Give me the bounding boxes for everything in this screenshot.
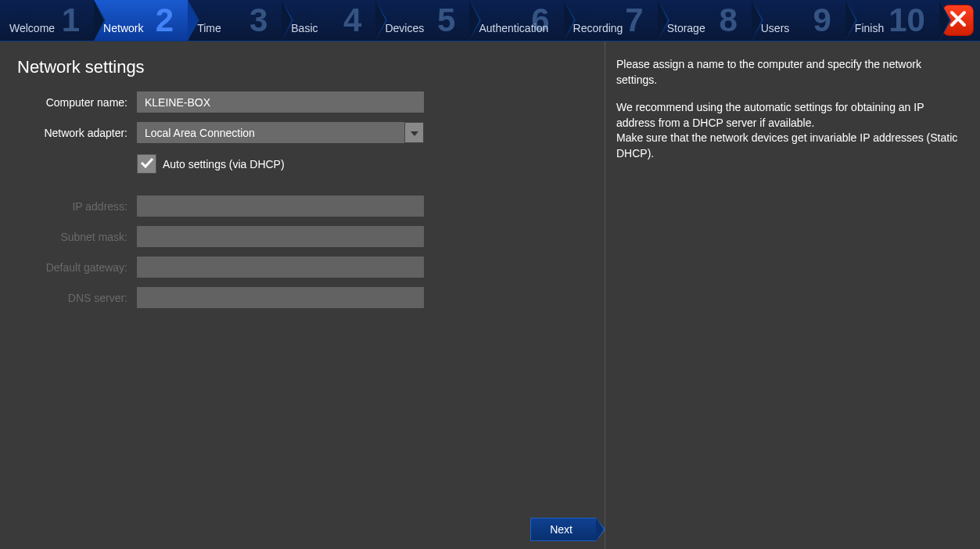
next-button-label: Next (550, 523, 573, 536)
step-label: Finish (855, 22, 884, 34)
help-text: Please assign a name to the computer and… (616, 57, 963, 88)
network-adapter-label: Network adapter: (16, 127, 137, 139)
step-label: Storage (667, 22, 705, 34)
step-label: Users (761, 22, 790, 34)
dropdown-button[interactable] (404, 122, 424, 143)
help-text: We recommend using the automatic setting… (616, 100, 963, 161)
step-number: 4 (343, 2, 361, 39)
step-label: Network (103, 22, 143, 34)
step-number: 1 (62, 2, 80, 39)
step-storage[interactable]: 8 Storage (658, 0, 752, 41)
settings-pane: Network settings Computer name: Network … (0, 41, 605, 549)
auto-settings-label: Auto settings (via DHCP) (163, 158, 285, 170)
page-title: Network settings (17, 57, 589, 77)
network-adapter-select[interactable]: Local Area Connection (137, 122, 424, 143)
step-number: 8 (719, 2, 737, 39)
auto-settings-checkbox[interactable] (137, 154, 156, 174)
step-number: 3 (249, 2, 267, 39)
step-label: Authentication (479, 22, 548, 34)
dns-server-input[interactable] (137, 287, 424, 308)
step-basic[interactable]: 4 Basic (282, 0, 375, 41)
subnet-mask-input[interactable] (137, 226, 424, 247)
wizard-step-bar: 1 Welcome 2 Network 3 Time 4 Basic 5 Dev… (0, 0, 980, 41)
step-network[interactable]: 2 Network (94, 0, 188, 41)
ip-address-label: IP address: (16, 200, 137, 213)
step-users[interactable]: 9 Users (752, 0, 845, 41)
step-authentication[interactable]: 6 Authentication (469, 0, 563, 41)
help-pane: Please assign a name to the computer and… (605, 41, 980, 549)
step-number: 2 (156, 2, 174, 39)
step-label: Basic (291, 22, 318, 34)
dns-server-label: DNS server: (16, 292, 137, 304)
step-finish[interactable]: 10 Finish (845, 0, 939, 41)
next-button[interactable]: Next (530, 518, 597, 541)
chevron-down-icon (410, 126, 419, 140)
step-label: Time (197, 22, 221, 34)
step-label: Recording (573, 22, 623, 34)
computer-name-label: Computer name: (16, 96, 137, 109)
subnet-mask-label: Subnet mask: (16, 231, 137, 243)
step-recording[interactable]: 7 Recording (564, 0, 658, 41)
network-adapter-value: Local Area Connection (137, 122, 404, 143)
step-label: Devices (385, 22, 424, 34)
default-gateway-label: Default gateway: (16, 261, 137, 274)
step-number: 5 (437, 2, 455, 39)
computer-name-input[interactable] (137, 92, 424, 113)
ip-address-input[interactable] (137, 196, 424, 217)
step-number: 10 (888, 2, 925, 39)
default-gateway-input[interactable] (137, 257, 424, 278)
check-icon (140, 157, 154, 171)
step-number: 9 (813, 2, 831, 39)
close-icon (949, 9, 967, 31)
step-label: Welcome (9, 22, 55, 34)
step-welcome[interactable]: 1 Welcome (0, 0, 94, 41)
step-number: 7 (625, 2, 643, 39)
step-devices[interactable]: 5 Devices (375, 0, 469, 41)
step-time[interactable]: 3 Time (188, 0, 282, 41)
